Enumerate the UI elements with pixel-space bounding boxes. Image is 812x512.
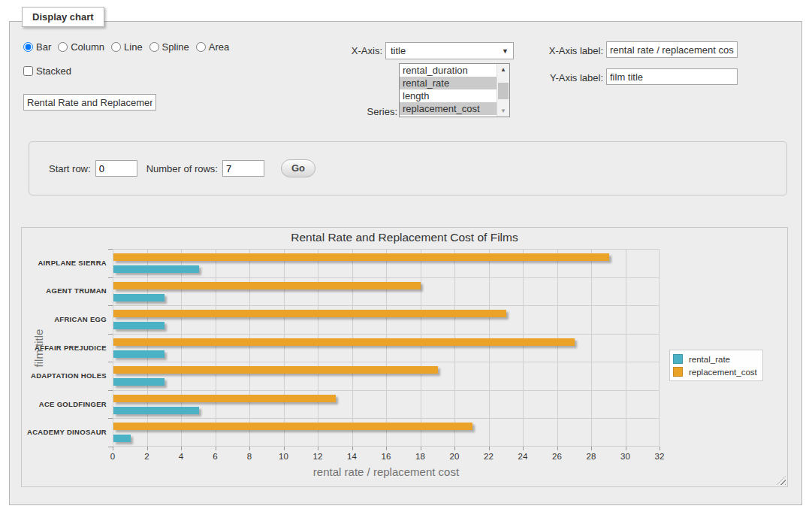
number-of-rows-input[interactable] <box>222 160 264 177</box>
x-axis-label: X-Axis: <box>333 45 382 56</box>
bar-rental-rate-agent-truman <box>113 294 165 301</box>
plot-border <box>113 249 660 447</box>
x-tickmark <box>660 447 660 450</box>
y-axis-label-input[interactable] <box>606 68 738 85</box>
chart-type-radio-bar[interactable] <box>23 42 33 52</box>
x-tick-label: 12 <box>306 452 329 461</box>
x-axis-label-caption: X-Axis label: <box>536 45 603 56</box>
x-tickmark <box>284 447 285 450</box>
y-tickmark <box>108 249 113 250</box>
bar-rental-rate-affair-prejudice <box>113 350 165 358</box>
chart-type-radio-area[interactable] <box>196 42 206 52</box>
chart-type-radio-group: BarColumnLineSplineArea <box>23 41 236 53</box>
chart: Rental Rate and Replacement Cost of Film… <box>22 228 787 486</box>
stacked-checkbox[interactable] <box>23 66 33 76</box>
series-option-rental-duration[interactable]: rental_duration <box>400 64 497 77</box>
x-tickmark <box>181 447 182 450</box>
x-tickmark <box>591 447 592 450</box>
x-tick-label: 32 <box>648 452 671 461</box>
y-tickmark <box>108 277 113 278</box>
x-tick-label: 6 <box>204 452 227 461</box>
legend-label-replacement-cost: replacement_cost <box>689 368 757 377</box>
y-tick-label: AFRICAN EGG <box>22 315 107 323</box>
legend-item-replacement-cost: replacement_cost <box>673 365 757 378</box>
listbox-scrollbar[interactable]: ▲ ▼ <box>497 64 509 117</box>
x-tickmark <box>557 447 558 450</box>
chart-type-label-area: Area <box>209 41 229 53</box>
x-tick-label: 16 <box>375 452 397 461</box>
x-axis-label-input[interactable] <box>606 41 738 58</box>
scrollbar-thumb[interactable] <box>498 83 509 99</box>
series-listbox[interactable]: rental_durationrental_ratelengthreplacem… <box>399 63 510 117</box>
series-label: Series: <box>348 106 397 117</box>
y-tickmark <box>108 390 113 391</box>
y-tick-label: AGENT TRUMAN <box>22 286 107 295</box>
bar-rental-rate-academy-dinosaur <box>113 435 131 442</box>
x-tickmark <box>318 447 318 450</box>
x-tickmark <box>626 447 626 450</box>
go-button[interactable]: Go <box>281 159 315 177</box>
series-options: rental_durationrental_ratelengthreplacem… <box>400 64 497 117</box>
stacked-label: Stacked <box>36 65 71 77</box>
scroll-down-icon[interactable]: ▼ <box>497 105 509 117</box>
chart-type-option-line: Line <box>111 41 143 53</box>
panel-legend: Display chart <box>22 7 104 27</box>
x-tick-label: 30 <box>614 452 637 461</box>
y-tickmark <box>108 362 113 362</box>
bar-rental-rate-adaptation-holes <box>113 378 165 386</box>
scroll-up-icon[interactable]: ▲ <box>497 64 509 75</box>
chart-title-input[interactable] <box>23 94 156 111</box>
bar-replacement-cost-adaptation-holes <box>113 366 438 374</box>
x-tick-label: 14 <box>341 452 364 461</box>
x-tickmark <box>249 447 250 450</box>
bar-replacement-cost-academy-dinosaur <box>113 423 472 430</box>
x-tick-label: 4 <box>170 452 192 461</box>
x-tickmark <box>147 447 148 450</box>
x-tick-label: 28 <box>580 452 602 461</box>
bar-replacement-cost-airplane-sierra <box>113 253 609 261</box>
chart-type-radio-line[interactable] <box>111 42 121 52</box>
y-axis-label-caption: Y-Axis label: <box>536 72 603 83</box>
chart-type-radio-spline[interactable] <box>149 42 159 52</box>
y-tick-label: ACADEMY DINOSAUR <box>22 428 107 436</box>
y-tickmark <box>108 305 113 306</box>
chart-legend: rental_ratereplacement_cost <box>669 350 763 381</box>
legend-swatch-replacement-cost <box>673 367 683 377</box>
x-axis-selected-value: title <box>391 45 406 56</box>
series-option-replacement-cost[interactable]: replacement_cost <box>400 102 497 115</box>
y-tick-label: ACE GOLDFINGER <box>22 400 107 408</box>
bar-rental-rate-airplane-sierra <box>113 265 199 273</box>
chart-type-option-area: Area <box>196 41 229 53</box>
legend-swatch-rental-rate <box>673 354 683 364</box>
chart-type-option-spline: Spline <box>149 41 189 53</box>
start-row-label: Start row: <box>49 163 91 174</box>
x-tick-label: 26 <box>546 452 569 461</box>
x-axis-select[interactable]: title ▼ <box>385 42 514 59</box>
bar-replacement-cost-agent-truman <box>113 282 421 289</box>
bar-replacement-cost-affair-prejudice <box>113 338 575 346</box>
x-axis-title: rental rate / replacement cost <box>113 465 660 478</box>
legend-item-rental-rate: rental_rate <box>673 353 757 365</box>
display-chart-fieldset: Display chart BarColumnLineSplineArea St… <box>9 21 802 505</box>
stacked-option: Stacked <box>23 65 78 77</box>
x-tickmark <box>523 447 524 450</box>
chart-type-label-column: Column <box>71 41 104 53</box>
chart-type-radio-column[interactable] <box>58 42 68 52</box>
x-tickmark <box>352 447 353 450</box>
x-tick-label: 2 <box>136 452 158 461</box>
y-axis-title: film title <box>32 329 45 367</box>
x-tickmark <box>216 447 216 450</box>
chart-type-label-bar: Bar <box>36 41 51 53</box>
chart-container: Rental Rate and Replacement Cost of Film… <box>21 227 788 487</box>
x-tick-label: 0 <box>101 452 124 461</box>
row-controls-panel: Start row: Number of rows: Go <box>29 141 787 195</box>
x-tickmark <box>113 447 113 450</box>
bar-rental-rate-african-egg <box>113 322 165 329</box>
number-of-rows-label: Number of rows: <box>146 163 218 174</box>
series-option-length[interactable]: length <box>400 89 497 102</box>
series-option-rental-rate[interactable]: rental_rate <box>400 77 497 89</box>
dropdown-arrow-icon: ▼ <box>502 47 509 55</box>
x-tickmark <box>489 447 490 450</box>
start-row-input[interactable] <box>95 160 137 177</box>
x-tick-label: 10 <box>273 452 295 461</box>
